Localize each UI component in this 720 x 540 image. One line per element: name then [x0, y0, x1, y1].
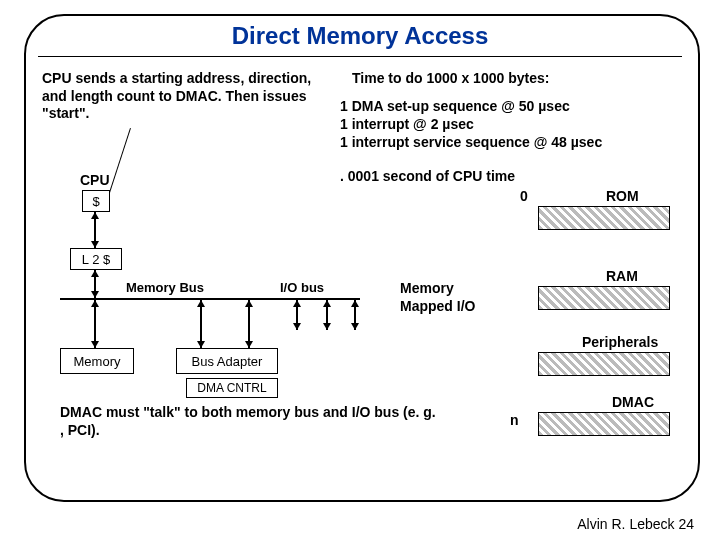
- right-heading: Time to do 1000 x 1000 bytes:: [352, 70, 549, 88]
- cpu-label: CPU: [80, 172, 110, 190]
- memory-box: Memory: [60, 348, 134, 374]
- arrow-up-icon: [197, 300, 205, 307]
- slide-footer: Alvin R. Lebeck 24: [577, 516, 694, 532]
- arrow-up-icon: [91, 300, 99, 307]
- memory-bus-label: Memory Bus: [126, 280, 204, 296]
- cpu-time-summary: . 0001 second of CPU time: [340, 168, 515, 186]
- dma-cntrl-box: DMA CNTRL: [186, 378, 278, 398]
- dmac-label: DMAC: [612, 394, 654, 410]
- n-label: n: [510, 412, 519, 430]
- zero-label: 0: [520, 188, 528, 206]
- l2-box: L 2 $: [70, 248, 122, 270]
- cache-box: $: [82, 190, 110, 212]
- arrow-down-icon: [197, 341, 205, 348]
- title-divider: [38, 56, 682, 57]
- bottom-note: DMAC must "talk" to both memory bus and …: [60, 404, 440, 439]
- rom-label: ROM: [606, 188, 639, 204]
- dmac-bar: [538, 412, 670, 436]
- arrow-down-icon: [91, 241, 99, 248]
- right-line-3: 1 interrupt service sequence @ 48 µsec: [340, 134, 602, 152]
- rom-bar: [538, 206, 670, 230]
- mmio-label: Memory Mapped I/O: [400, 280, 510, 315]
- arrow-up-icon: [323, 300, 331, 307]
- arrow-down-icon: [293, 323, 301, 330]
- io-bus-label: I/O bus: [280, 280, 324, 296]
- arrow-down-icon: [351, 323, 359, 330]
- periph-label: Peripherals: [582, 334, 658, 350]
- periph-bar: [538, 352, 670, 376]
- arrow-down-icon: [323, 323, 331, 330]
- arrow-down-icon: [91, 341, 99, 348]
- right-line-1: 1 DMA set-up sequence @ 50 µsec: [340, 98, 570, 116]
- arrow-up-icon: [91, 270, 99, 277]
- arrow-up-icon: [91, 212, 99, 219]
- bus-adapter-box: Bus Adapter: [176, 348, 278, 374]
- arrow-up-icon: [351, 300, 359, 307]
- ram-bar: [538, 286, 670, 310]
- left-note: CPU sends a starting address, direction,…: [42, 70, 312, 123]
- arrow-up-icon: [245, 300, 253, 307]
- arrow-up-icon: [293, 300, 301, 307]
- ram-label: RAM: [606, 268, 638, 284]
- slide-title: Direct Memory Access: [0, 22, 720, 50]
- arrow-down-icon: [91, 291, 99, 298]
- arrow-down-icon: [245, 341, 253, 348]
- right-line-2: 1 interrupt @ 2 µsec: [340, 116, 474, 134]
